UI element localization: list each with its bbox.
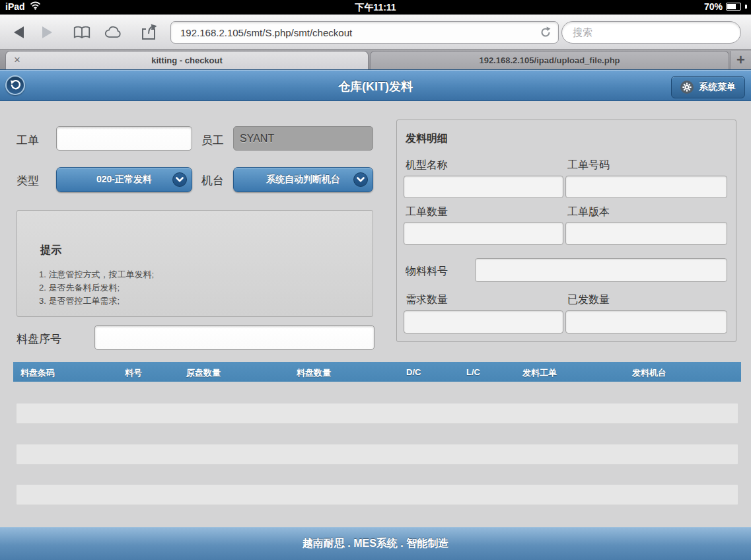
work-order-no-label: 工单号码 <box>567 158 610 172</box>
col-dc: D/C <box>406 367 421 377</box>
gear-icon <box>680 81 694 94</box>
battery-percent: 70% <box>704 1 723 12</box>
work-order-qty-label: 工单数量 <box>406 205 448 219</box>
browser-toolbar: 192.168.2.105/smt/S.php/smt/checkout 搜索 <box>0 15 751 50</box>
work-order-version-input[interactable] <box>565 222 727 245</box>
col-issue-work-order: 发料工单 <box>522 367 557 379</box>
col-reel-qty: 料盘数量 <box>297 367 331 379</box>
tab-bar: × kitting - checkout 192.168.2.105/ipad/… <box>0 50 751 69</box>
hint-line-3: 3. 是否管控工单需求; <box>39 295 120 307</box>
share-icon[interactable] <box>140 24 159 41</box>
col-lc: L/C <box>466 367 480 377</box>
reel-serial-label: 料盘序号 <box>17 332 61 347</box>
hint-box: 提示 1. 注意管控方式，按工单发料; 2. 是否先备料后发料; 3. 是否管控… <box>17 210 373 317</box>
status-bar: iPad 下午11:11 70% <box>0 0 751 15</box>
refresh-icon[interactable] <box>540 26 552 38</box>
type-dropdown[interactable]: 020-正常发料 <box>56 167 192 192</box>
search-field[interactable]: 搜索 <box>561 21 741 44</box>
demand-qty-input[interactable] <box>404 310 563 333</box>
tab-upload-file[interactable]: 192.168.2.105/ipad/upload_file.php <box>370 51 729 69</box>
page-title: 仓库(KIT)发料 <box>0 79 751 94</box>
employee-input <box>233 126 373 151</box>
tab-label: kitting - checkout <box>151 55 223 65</box>
footer: 越南耐思 . MES系统 . 智能制造 <box>0 527 751 560</box>
material-part-no-input[interactable] <box>475 258 727 282</box>
work-order-no-input[interactable] <box>565 176 727 198</box>
tab-kitting-checkout[interactable]: × kitting - checkout <box>5 51 369 69</box>
table-header: 料盘条码 料号 原盘数量 料盘数量 D/C L/C 发料工单 发料机台 <box>13 362 741 382</box>
hint-line-1: 1. 注意管控方式，按工单发料; <box>39 269 154 281</box>
chevron-down-icon <box>172 172 187 187</box>
material-part-no-label: 物料料号 <box>406 265 448 279</box>
model-name-label: 机型名称 <box>406 158 448 172</box>
back-nav-button[interactable] <box>9 24 28 41</box>
type-label: 类型 <box>17 173 39 188</box>
forward-nav-button[interactable] <box>38 24 57 41</box>
machine-dropdown-value: 系统自动判断机台 <box>266 174 340 186</box>
footer-text: 越南耐思 . MES系统 . 智能制造 <box>303 537 448 551</box>
app-header: 仓库(KIT)发料 系统菜单 <box>0 69 751 101</box>
issued-qty-input[interactable] <box>565 310 727 333</box>
work-order-input[interactable] <box>56 126 192 151</box>
model-name-input[interactable] <box>404 176 563 198</box>
table-row <box>17 444 738 464</box>
battery-nub <box>745 5 747 9</box>
work-order-label: 工单 <box>17 133 39 148</box>
type-dropdown-value: 020-正常发料 <box>96 174 152 186</box>
hint-line-2: 2. 是否先备料后发料; <box>39 282 120 294</box>
icloud-tabs-icon[interactable] <box>104 24 123 41</box>
col-reel-barcode: 料盘条码 <box>20 367 55 379</box>
new-tab-button[interactable]: + <box>730 51 751 69</box>
panel-title: 发料明细 <box>406 132 448 146</box>
table-row <box>17 485 738 505</box>
col-original-qty: 原盘数量 <box>186 367 221 379</box>
url-field[interactable]: 192.168.2.105/smt/S.php/smt/checkout <box>170 21 559 44</box>
detail-panel: 发料明细 机型名称 工单号码 工单数量 工单版本 物料料号 需求数量 已发数量 <box>396 120 736 342</box>
chevron-down-icon <box>353 172 368 187</box>
status-time: 下午11:11 <box>355 2 396 14</box>
system-menu-button[interactable]: 系统菜单 <box>671 76 745 98</box>
table-row <box>17 403 738 423</box>
employee-label: 员工 <box>201 133 224 148</box>
hint-title: 提示 <box>40 244 61 258</box>
tab-label: 192.168.2.105/ipad/upload_file.php <box>479 55 620 65</box>
machine-dropdown[interactable]: 系统自动判断机台 <box>233 167 373 192</box>
issued-qty-label: 已发数量 <box>567 293 610 307</box>
search-placeholder: 搜索 <box>573 26 592 39</box>
wifi-icon <box>30 1 41 12</box>
col-part-no: 料号 <box>125 367 142 379</box>
col-issue-machine: 发料机台 <box>632 367 666 379</box>
work-order-version-label: 工单版本 <box>567 205 610 219</box>
reel-serial-input[interactable] <box>94 325 375 350</box>
close-tab-icon[interactable]: × <box>14 53 20 67</box>
url-text: 192.168.2.105/smt/S.php/smt/checkout <box>180 27 540 38</box>
ipad-screen: iPad 下午11:11 70% 192.168.2.105/smt/S.ph <box>0 0 751 560</box>
bookmarks-icon[interactable] <box>73 24 91 41</box>
device-label: iPad <box>5 1 25 12</box>
demand-qty-label: 需求数量 <box>406 293 448 307</box>
battery-icon <box>726 3 741 11</box>
work-order-qty-input[interactable] <box>404 222 563 245</box>
machine-label: 机台 <box>201 173 224 188</box>
menu-button-label: 系统菜单 <box>699 81 736 93</box>
